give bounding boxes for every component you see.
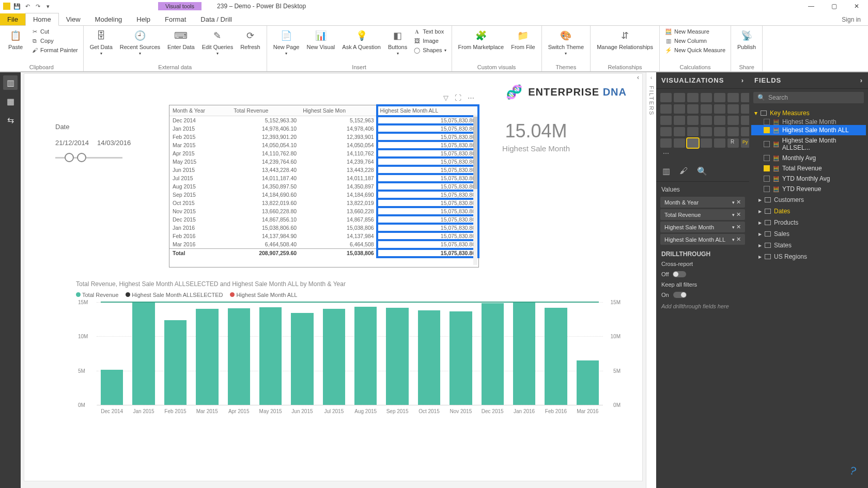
shapes-button[interactable]: ◯Shapes▾ [412,46,447,54]
close-button[interactable]: ✕ [845,0,868,12]
visual-type-tile[interactable] [674,93,685,102]
fields-search[interactable]: 🔍Search [753,92,864,103]
visual-type-tile[interactable] [687,138,699,148]
save-icon[interactable]: 💾 [13,3,21,10]
table-row[interactable]: Dec 20145,152,963.305,152,96315,075,830.… [169,116,478,125]
manage-relationships-button[interactable]: ⇵Manage Relationships [595,27,655,51]
chart-bar[interactable]: Feb 2015 [164,320,187,405]
chart-bar[interactable]: Dec 2014 [101,370,123,405]
visual-type-tile[interactable] [701,116,712,125]
field-well[interactable]: Highest Sale Month ALL▾ ✕ [660,234,745,245]
tab-home[interactable]: Home [25,13,59,26]
new-measure-button[interactable]: 🧮New Measure [664,27,726,36]
table-row[interactable]: Sep 201514,184,690.6014,184,69015,075,83… [169,191,478,199]
table-header[interactable]: Highest Sale Month ALL [377,105,478,116]
expand-filters-icon[interactable]: ‹ [650,74,653,81]
field-item[interactable]: 🧮Monthly Avg [751,153,866,163]
tab-data-drill[interactable]: Data / Drill [193,13,239,25]
chart-bar[interactable]: Dec 2015 [482,303,504,405]
table-header[interactable]: Highest Sale Mon [300,105,377,116]
slider-handle-right[interactable] [77,153,86,162]
field-well[interactable]: Month & Year▾ ✕ [660,197,745,208]
visual-type-tile[interactable] [701,127,712,136]
table-node[interactable]: ▸Sales [751,228,866,240]
from-marketplace-button[interactable]: 🧩From Marketplace [456,27,506,51]
field-checkbox[interactable] [764,119,770,125]
cut-button[interactable]: ✂Cut [30,27,79,36]
visual-type-tile[interactable] [687,93,699,102]
table-node[interactable]: ▸States [751,240,866,251]
help-icon[interactable]: ？ [845,462,861,480]
new-quick-measure-button[interactable]: ⚡New Quick Measure [664,46,726,54]
field-checkbox[interactable] [764,155,770,161]
get-data-button[interactable]: 🗄Get Data▾ [88,27,115,57]
filter-icon[interactable]: ▽ [443,94,448,102]
table-header[interactable]: Total Revenue [230,105,300,116]
tab-format[interactable]: Format [158,13,193,25]
field-item[interactable]: 🧮Highest Sale Month [751,119,866,125]
visual-type-tile[interactable] [687,104,699,114]
table-row[interactable]: Jul 201514,011,187.4014,011,18715,075,83… [169,174,478,182]
table-row[interactable]: Aug 201514,350,897.5014,350,89715,075,83… [169,182,478,191]
visual-type-tile[interactable] [701,104,712,114]
visual-type-tile[interactable] [674,104,685,114]
visual-type-tile[interactable] [660,116,672,125]
cross-report-toggle[interactable] [673,271,686,277]
focus-mode-icon[interactable]: ⛶ [455,94,461,102]
chart-bar[interactable]: Mar 2016 [577,360,599,405]
slider-handle-left[interactable] [65,153,74,162]
field-checkbox[interactable] [764,141,770,147]
visual-type-tile[interactable] [727,93,739,102]
card-visual[interactable]: 15.04M Highest Sale Month [502,120,570,153]
visual-type-tile[interactable] [714,104,725,114]
visual-type-tile[interactable] [727,104,739,114]
table-row[interactable]: Jun 201513,443,228.4013,443,22815,075,83… [169,166,478,174]
tab-modeling[interactable]: Modeling [88,13,130,25]
visual-type-tile[interactable] [714,93,725,102]
report-canvas[interactable]: ‹ 🧬 ENTERPRISE DNA 15.04M Highest Sale M… [24,73,643,481]
chart-bar[interactable]: Feb 2016 [545,308,567,405]
table-row[interactable]: Feb 201512,393,901.2012,393,90115,075,83… [169,133,478,141]
visual-type-tile[interactable] [660,138,672,148]
visual-type-more[interactable]: ⋯ [660,150,672,159]
slicer-to[interactable]: 14/03/2016 [97,139,131,147]
visual-type-tile[interactable] [674,116,685,125]
visual-type-tile[interactable] [714,138,725,148]
table-scrollbar[interactable] [473,115,477,265]
remove-field-icon[interactable]: ✕ [736,199,741,205]
field-item[interactable]: 🧮YTD Monthly Avg [751,174,866,184]
visual-type-tile[interactable] [701,138,712,148]
recent-sources-button[interactable]: 🕘Recent Sources▾ [118,27,162,57]
table-header[interactable]: Month & Year [169,105,230,116]
textbox-button[interactable]: 𝐀Text box [412,27,447,36]
table-row[interactable]: Mar 20166,464,508.406,464,50815,075,830.… [169,240,478,249]
visual-type-tile[interactable] [727,127,739,136]
visual-type-tile[interactable] [701,93,712,102]
chart-bar[interactable]: Oct 2015 [418,310,440,405]
redo-icon[interactable]: ↷ [34,3,41,10]
slicer-from[interactable]: 21/12/2014 [55,139,89,147]
filters-pane-collapsed[interactable]: ‹ FILTERS [646,72,656,488]
tab-file[interactable]: File [0,13,25,25]
field-checkbox[interactable] [764,186,770,192]
publish-button[interactable]: 📡Publish [735,27,758,51]
paste-button[interactable]: 📋Paste [4,27,27,51]
chart-bar[interactable]: May 2015 [259,307,282,405]
visual-type-tile[interactable] [714,116,725,125]
field-well[interactable]: Total Revenue▾ ✕ [660,209,745,220]
maximize-button[interactable]: ▢ [823,0,845,12]
table-row[interactable]: Feb 201614,137,984.9014,137,98415,075,83… [169,232,478,240]
copy-button[interactable]: ⧉Copy [30,37,79,45]
collapse-pane-icon[interactable]: ‹ [633,74,643,83]
field-checkbox[interactable] [764,176,770,182]
from-file-button[interactable]: 📁From File [509,27,537,51]
table-row[interactable]: Jan 201514,978,406.1014,978,40615,075,83… [169,124,478,133]
new-column-button[interactable]: ▥New Column [664,37,726,45]
field-checkbox[interactable] [764,127,770,133]
minimize-button[interactable]: — [800,0,823,12]
chart-bar[interactable]: Jan 2015 [132,302,154,405]
undo-icon[interactable]: ↶ [24,3,31,10]
new-visual-button[interactable]: 📊New Visual [304,27,337,51]
visual-type-tile[interactable] [687,116,699,125]
table-row[interactable]: May 201514,239,764.6014,239,76415,075,83… [169,158,478,166]
